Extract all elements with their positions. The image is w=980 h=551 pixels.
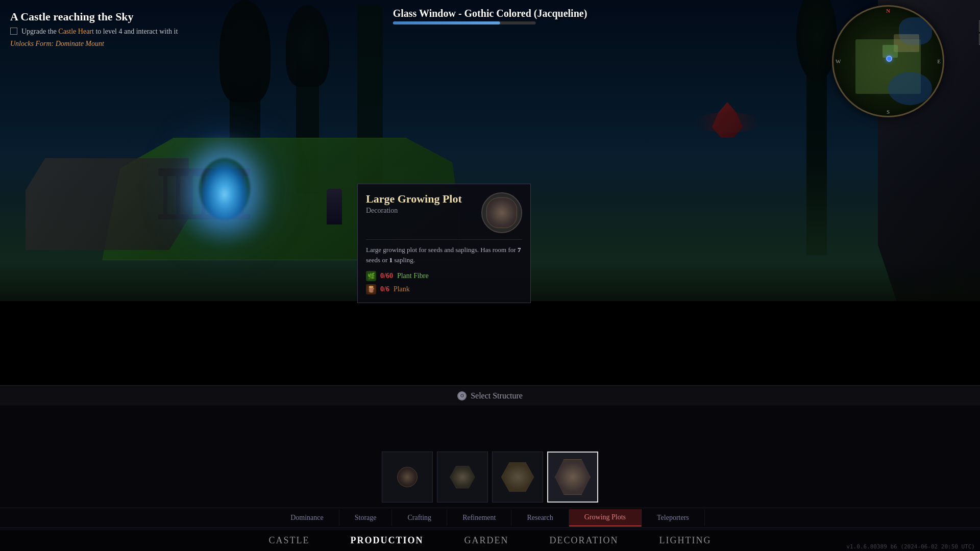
blue-orb <box>199 158 250 219</box>
unlocks-text: Unlocks Form: Dominate Mount <box>10 40 178 48</box>
nav-garden[interactable]: Garden <box>464 535 509 546</box>
tab-research[interactable]: Research <box>511 510 569 526</box>
item-bar <box>0 449 980 505</box>
compass-south: S <box>887 109 890 115</box>
version-text: v1.0.6.80389 b6 (2024-06-02 20:50 UTC) <box>846 543 975 550</box>
resource-plank: 🪵 0/6 Plank <box>366 284 522 294</box>
select-structure-banner: ⚙ Select Structure <box>0 385 980 406</box>
compass-west: W <box>836 58 841 64</box>
resource-plant-fibre: 🌿 0/60 Plant Fibre <box>366 271 522 281</box>
tooltip-header: Large Growing Plot Decoration <box>366 192 522 233</box>
compass-north: N <box>886 8 890 14</box>
tab-crafting[interactable]: Crafting <box>392 510 447 526</box>
item-slot-4[interactable] <box>547 452 598 503</box>
tooltip-resources: 🌿 0/60 Plant Fibre 🪵 0/6 Plank <box>366 271 522 294</box>
nav-castle[interactable]: Castle <box>268 535 309 546</box>
tab-growing-plots[interactable]: Growing Plots <box>569 509 642 527</box>
tooltip-item-type: Decoration <box>366 207 476 215</box>
select-icon: ⚙ <box>457 391 467 400</box>
objective-panel: A Castle reaching the Sky Upgrade the Ca… <box>10 10 178 48</box>
slot-1-icon <box>389 459 425 495</box>
tooltip-description: Large growing plot for seeds and sapling… <box>366 239 522 265</box>
slot-1-shape <box>397 467 418 487</box>
player-marker <box>886 56 892 62</box>
tab-refinement[interactable]: Refinement <box>447 510 511 526</box>
slot-3-icon <box>500 459 535 495</box>
slot-4-shape <box>555 459 591 495</box>
tab-storage[interactable]: Storage <box>339 510 393 526</box>
slot-4-icon <box>555 459 591 495</box>
item-tooltip: Large Growing Plot Decoration Large grow… <box>357 184 531 303</box>
objective-title: A Castle reaching the Sky <box>10 10 178 23</box>
nav-lighting[interactable]: Lighting <box>659 535 712 546</box>
tooltip-item-icon <box>481 192 522 233</box>
banner-text: ⚙ Select Structure <box>457 391 523 400</box>
minimap: N S E W + - 🔒 <box>832 5 975 117</box>
bottom-nav: Castle Production Garden Decoration Ligh… <box>0 530 980 551</box>
player-character <box>327 189 342 224</box>
tooltip-title-area: Large Growing Plot Decoration <box>366 192 481 215</box>
compass-east: E <box>937 58 941 64</box>
castle-heart-link[interactable]: Castle Heart <box>58 28 94 35</box>
current-item-name: Glass Window - Gothic Colored (Jacquelin… <box>393 8 587 19</box>
bottom-bar: Dominance Storage Crafting Refinement Re… <box>0 403 980 551</box>
category-tabs: Dominance Storage Crafting Refinement Re… <box>0 508 980 528</box>
tab-dominance[interactable]: Dominance <box>275 510 339 526</box>
slot-2-shape <box>450 466 475 489</box>
objective-checkbox[interactable] <box>10 28 17 35</box>
slot-3-shape <box>501 462 534 492</box>
objective-description: Upgrade the Castle Heart to level 4 and … <box>10 27 178 37</box>
select-structure-label: Select Structure <box>471 391 523 400</box>
tooltip-item-name: Large Growing Plot <box>366 192 476 206</box>
plant-fibre-name: Plant Fibre <box>397 272 429 280</box>
item-slot-2[interactable] <box>437 452 488 503</box>
slot-2-icon <box>445 459 480 495</box>
plank-count: 0/6 <box>380 285 389 293</box>
nav-production[interactable]: Production <box>351 535 424 546</box>
tooltip-icon-inner <box>486 197 517 228</box>
minimap-display: N S E W <box>832 5 944 117</box>
item-name-hud: Glass Window - Gothic Colored (Jacquelin… <box>393 8 587 24</box>
item-progress-bar <box>393 21 536 24</box>
nav-decoration[interactable]: Decoration <box>550 535 619 546</box>
plant-fibre-count: 0/60 <box>380 272 393 280</box>
plank-icon: 🪵 <box>366 284 376 294</box>
item-slot-3[interactable] <box>492 452 543 503</box>
tab-teleporters[interactable]: Teleporters <box>642 510 705 526</box>
plank-name: Plank <box>394 285 410 293</box>
item-slot-1[interactable] <box>382 452 433 503</box>
plant-fibre-icon: 🌿 <box>366 271 376 281</box>
